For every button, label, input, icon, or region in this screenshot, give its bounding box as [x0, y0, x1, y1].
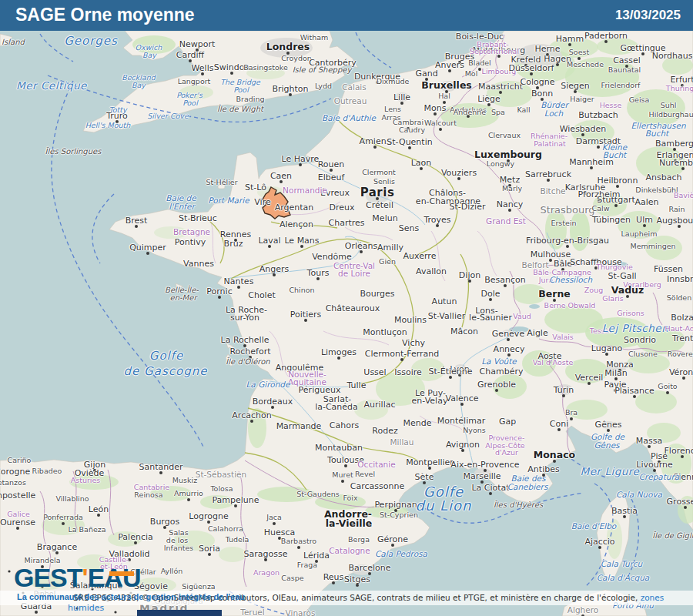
header-bar: SAGE Orne moyenne 13/03/2025: [0, 0, 693, 31]
zones-humides-link[interactable]: zones: [641, 593, 665, 602]
zones-humides-link-wrap[interactable]: humides: [68, 603, 104, 613]
page-title: SAGE Orne moyenne: [15, 5, 195, 25]
map-canvas[interactable]: [0, 0, 693, 616]
gesteau-logo[interactable]: GEST'EAU: [14, 564, 140, 591]
island-guernsey: [206, 178, 212, 181]
logo-apostrophe: ': [82, 563, 88, 592]
bottom-navy-box: [137, 610, 222, 616]
logo-eau: EAU: [88, 563, 141, 592]
logo-tagline: La communauté des acteurs de gestion int…: [17, 592, 245, 601]
header-date: 13/03/2025: [615, 8, 681, 23]
island-jersey: [218, 185, 225, 189]
logo-dash: [109, 571, 134, 576]
logo-gest: GEST: [14, 563, 82, 592]
